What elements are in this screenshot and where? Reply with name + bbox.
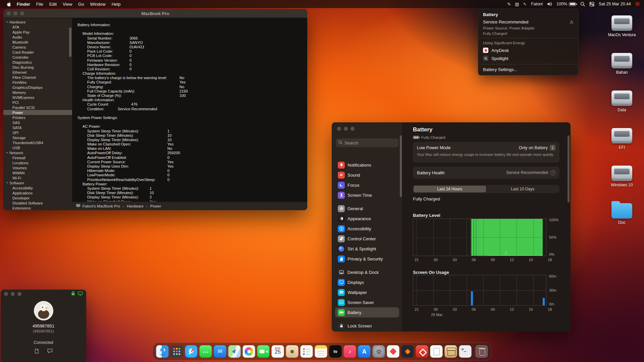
dock-diamond-red-icon[interactable] (416, 345, 428, 358)
sidebar-item-privacy-security[interactable]: Privacy & Security (335, 254, 399, 264)
sidebar-item-focus[interactable]: Focus (335, 180, 399, 190)
menubar-extra-icon-3[interactable]: ↖ (523, 2, 527, 7)
battery-status[interactable]: 100% (556, 2, 576, 6)
file-transfer-icon[interactable] (34, 349, 39, 355)
sysinfo-item-sata[interactable]: SATA (3, 125, 72, 130)
info-icon[interactable]: i (550, 170, 555, 175)
sysinfo-item-firewall[interactable]: Firewall (3, 155, 72, 160)
dock-appstore-icon[interactable]: A (358, 345, 371, 358)
sysinfo-item-power[interactable]: Power (3, 110, 72, 115)
sysinfo-item-printers[interactable]: Printers (3, 115, 72, 120)
dock-music-icon[interactable]: ♪ (344, 345, 356, 358)
sysinfo-item-developer[interactable]: Developer (3, 195, 72, 200)
sysinfo-item-storage[interactable]: Storage (3, 135, 72, 140)
sysinfo-item-camera[interactable]: Camera (3, 45, 72, 50)
sidebar-item-wallpaper[interactable]: Wallpaper (335, 287, 399, 297)
sidebar-item-notifications[interactable]: Notifications (335, 160, 399, 170)
sysinfo-group-network[interactable]: ▾Network (3, 150, 72, 155)
dock-facetime-icon[interactable] (257, 345, 270, 358)
dock-calendar-icon[interactable]: MAR25 (272, 345, 284, 358)
dock-console-icon[interactable]: >_ (459, 345, 472, 358)
menubar-extra-icon-2[interactable]: ▤ (515, 2, 519, 7)
dock-launchpad-icon[interactable] (171, 345, 183, 358)
sysinfo-item-graphics-displays[interactable]: Graphics/Displays (3, 85, 72, 90)
dock-messages-icon[interactable]: … (200, 345, 212, 358)
sysinfo-item-accessibility[interactable]: Accessibility (3, 185, 72, 190)
main-scrollbar[interactable] (568, 135, 570, 202)
sysinfo-item-sas[interactable]: SAS (3, 120, 72, 125)
zoom-button[interactable] (20, 11, 24, 15)
sidebar-item-lock-screen[interactable]: Lock Screen (335, 321, 399, 331)
sysinfo-item-wi-fi[interactable]: Wi-Fi (3, 175, 72, 180)
dock-safari-icon[interactable] (185, 345, 198, 358)
minimize-button[interactable] (344, 127, 348, 131)
sysinfo-item-extensions[interactable]: Extensions (3, 205, 72, 210)
volume-icon[interactable] (547, 2, 552, 6)
menubar-item-go[interactable]: Go (75, 2, 87, 7)
desktop-icon-efi[interactable]: EFI (604, 128, 639, 150)
menubar-item-edit[interactable]: Edit (46, 2, 60, 7)
apple-menu[interactable] (4, 2, 14, 7)
sidebar-item-appearance[interactable]: Appearance (335, 214, 399, 224)
zoom-button[interactable] (351, 127, 355, 131)
menubar-item-finder[interactable]: Finder (14, 2, 33, 7)
sidebar-item-desktop-dock[interactable]: Desktop & Dock (335, 267, 399, 277)
low-power-mode-dropdown[interactable]: Only on Battery ▴ ▾ (519, 145, 555, 150)
sysinfo-item-apple-pay[interactable]: Apple Pay (3, 29, 72, 35)
sysinfo-item-diagnostics[interactable]: Diagnostics (3, 60, 72, 65)
sysinfo-item-locations[interactable]: Locations (3, 160, 72, 165)
search-input[interactable]: Search (336, 138, 398, 147)
sysinfo-item-nvmexpress[interactable]: NVMExpress (3, 95, 72, 100)
dock-document-app-icon[interactable] (430, 345, 443, 358)
dock-settings-icon[interactable] (373, 345, 385, 358)
breadcrumb-power[interactable]: Power (150, 204, 161, 208)
sysinfo-item-memory[interactable]: Memory (3, 90, 72, 95)
dock-archive-box-icon[interactable] (445, 345, 457, 358)
control-center-icon[interactable] (589, 2, 594, 6)
desktop-icon-data[interactable]: Data (604, 90, 639, 112)
sidebar-item-screen-saver[interactable]: Screen Saver (335, 297, 399, 307)
sysinfo-item-usb[interactable]: USB (3, 145, 72, 150)
chat-icon[interactable] (47, 349, 53, 355)
sidebar-item-sound[interactable]: Sound (335, 170, 399, 180)
desktop-icon-doc[interactable]: Doc (604, 203, 639, 225)
lock-icon[interactable] (71, 291, 75, 297)
dock-finder-icon[interactable] (156, 345, 169, 358)
record-indicator-icon[interactable] (635, 2, 640, 6)
desktop-icon-windows-10[interactable]: Windows 10 (604, 166, 639, 187)
energy-app-spotlight[interactable]: Spotlight (478, 54, 578, 62)
tab-last-10-days[interactable]: Last 10 Days (487, 186, 559, 192)
sysinfo-item-ata[interactable]: ATA (3, 24, 72, 29)
menubar-item-window[interactable]: Window (87, 2, 108, 7)
sidebar-item-siri-spotlight[interactable]: Siri & Spotlight (335, 244, 399, 254)
search-icon[interactable] (580, 2, 585, 6)
menubar-extra-icon-1[interactable]: ✎ (507, 2, 511, 7)
sysinfo-item-audio[interactable]: Audio (3, 35, 72, 40)
sysinfo-titlebar[interactable]: MacBook Pro (3, 9, 307, 18)
menubar-item-help[interactable]: Help (109, 2, 124, 7)
sidebar-item-control-center[interactable]: Control Center (335, 234, 399, 244)
sysinfo-sidebar-scrollbar[interactable] (69, 27, 71, 57)
dock-maps-icon[interactable] (228, 345, 241, 358)
sysinfo-item-controller[interactable]: Controller (3, 55, 72, 60)
zoom-button[interactable] (17, 292, 21, 296)
sysinfo-item-pci[interactable]: PCI (3, 100, 72, 105)
menubar-username[interactable]: Fatoni (531, 2, 543, 6)
menubar-clock[interactable]: Sat 25 Mar 20.44 (599, 2, 631, 6)
sysinfo-item-card-reader[interactable]: Card Reader (3, 50, 72, 55)
sysinfo-item-disabled-software[interactable]: Disabled Software (3, 200, 72, 205)
dock-tv-icon[interactable]: tv (329, 345, 342, 358)
dock-photos-icon[interactable] (243, 345, 255, 358)
menubar-item-file[interactable]: File (33, 2, 46, 7)
tab-last-24-hours[interactable]: Last 24 Hours (414, 186, 486, 192)
dock-diamond-orange-icon[interactable] (401, 345, 414, 358)
sysinfo-item-ethernet[interactable]: Ethernet (3, 70, 72, 75)
dock-notes-icon[interactable] (315, 345, 327, 358)
sysinfo-item-bluetooth[interactable]: Bluetooth (3, 40, 72, 45)
sidebar-item-accessibility[interactable]: Accessibility (335, 224, 399, 234)
sysinfo-item-applications[interactable]: Applications (3, 190, 72, 195)
sysinfo-group-hardware[interactable]: ▾Hardware (3, 19, 72, 24)
remote-screen-icon[interactable] (78, 291, 83, 297)
anydesk-titlebar[interactable] (1, 290, 86, 298)
sysinfo-item-parallel-scsi[interactable]: Parallel SCSI (3, 105, 72, 110)
